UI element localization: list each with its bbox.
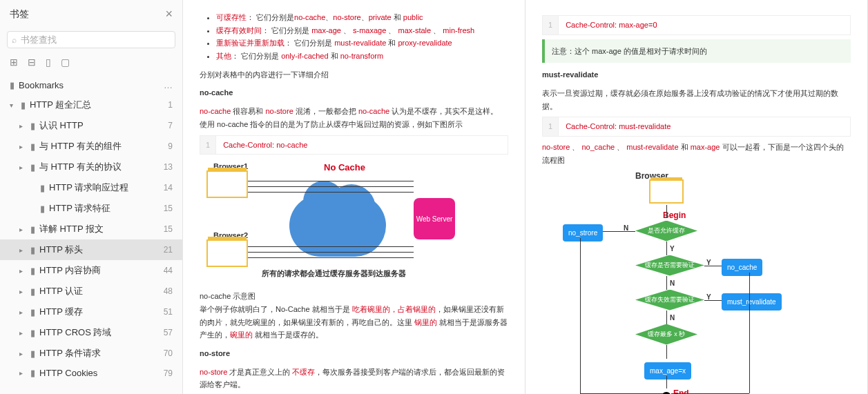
sidebar-item-label: HTTP 内容协商 xyxy=(39,264,101,277)
chevron-icon: ▸ xyxy=(19,122,26,130)
sidebar-item-label: 与 HTTP 有关的协议 xyxy=(39,161,122,173)
chevron-icon: ▸ xyxy=(19,226,26,233)
page-number: 70 xyxy=(164,348,173,358)
chevron-icon: ▸ xyxy=(19,143,26,150)
code-block: 1Cache-Control: max-age=0 xyxy=(542,15,851,35)
page-number: 57 xyxy=(164,328,173,337)
sidebar-item-label: HTTP 条件请求 xyxy=(39,347,101,359)
cache-list: 可缓存性： 它们分别是no-cache、no-store、private 和 p… xyxy=(216,11,508,63)
bookmarks-list[interactable]: ▮Bookmarks … ▾▮HTTP 超全汇总1▸▮认识 HTTP7▸▮与 H… xyxy=(0,73,182,394)
close-icon[interactable]: × xyxy=(165,7,173,21)
bookmark-icon: ▮ xyxy=(30,162,35,173)
bookmarks-root[interactable]: ▮Bookmarks … xyxy=(0,76,182,95)
more-icon[interactable]: … xyxy=(164,80,173,90)
sidebar-item-label: HTTP 认证 xyxy=(39,285,83,297)
page-number: 48 xyxy=(164,286,173,296)
bookmark-icon: ▮ xyxy=(30,307,35,317)
sidebar-item-label: 详解 HTTP 报文 xyxy=(39,223,104,235)
chevron-icon: ▸ xyxy=(19,308,26,316)
sidebar-item[interactable]: ▸▮HTTP 内容协商44 xyxy=(0,260,182,281)
sidebar-item[interactable]: ▸▮HTTP 标头21 xyxy=(0,239,182,260)
cache-flowchart: Browser Begin 是否允许缓存 N no_strore Y 缓存是否需… xyxy=(542,173,798,395)
intro-text: 分别对表格中的内容进行一下详细介绍 xyxy=(200,68,508,81)
bookmark-icon: ▮ xyxy=(30,141,35,152)
chevron-icon: ▸ xyxy=(19,246,26,254)
sidebar-item[interactable]: ▸▮与 HTTP 有关的协议13 xyxy=(0,157,182,177)
collapse-icon[interactable]: ⊟ xyxy=(28,57,36,68)
bookmark-icon: ▮ xyxy=(30,286,35,297)
page-number: 21 xyxy=(164,245,173,255)
code-block: 1Cache-Control: must-revalidate xyxy=(542,117,851,137)
bookmark-icon: ▮ xyxy=(40,183,45,193)
sidebar-item[interactable]: ▮HTTP 请求特征15 xyxy=(0,198,182,219)
sidebar-item-label: HTTP 缓存 xyxy=(39,306,83,318)
bookmarks-sidebar: 书签 × ⌕ ⊞ ⊟ ▯ ▢ ▮Bookmarks … ▾▮HTTP 超全汇总1… xyxy=(0,0,183,394)
chevron-icon: ▸ xyxy=(19,164,26,171)
page-number: 13 xyxy=(164,162,173,172)
note-box: 注意：这个 max-age 的值是相对于请求时间的 xyxy=(542,39,851,63)
section-nocache: no-cache xyxy=(200,86,508,99)
sidebar-item-label: HTTP 超全汇总 xyxy=(30,99,91,111)
sidebar-item-label: HTTP 请求特征 xyxy=(49,202,110,215)
expand-icon[interactable]: ⊞ xyxy=(10,57,18,68)
page-number: 79 xyxy=(164,368,173,378)
search-icon: ⌕ xyxy=(12,35,17,45)
sidebar-item[interactable]: ▸▮认识 HTTP7 xyxy=(0,115,182,136)
page-right[interactable]: 1Cache-Control: max-age=0 注意：这个 max-age … xyxy=(525,0,868,394)
sidebar-header: 书签 × xyxy=(0,0,182,28)
sidebar-item-label: 与 HTTP 有关的组件 xyxy=(39,140,122,152)
sidebar-item-label: HTTP Cookies xyxy=(39,368,97,378)
sidebar-item[interactable]: ▸▮HTTP Cookies79 xyxy=(0,364,182,382)
sidebar-item[interactable]: ▸▮与 HTTP 有关的组件9 xyxy=(0,136,182,157)
search-input[interactable] xyxy=(21,35,171,45)
section-nostore: no-store xyxy=(200,347,508,360)
page-left[interactable]: 可缓存性： 它们分别是no-cache、no-store、private 和 p… xyxy=(183,0,525,394)
sidebar-item[interactable]: ▸▮HTTP 认证48 xyxy=(0,281,182,302)
chevron-icon: ▸ xyxy=(19,288,26,295)
code-block: 1Cache-Control: no-cache xyxy=(200,135,508,155)
bookmark-outline-icon[interactable]: ▢ xyxy=(61,57,70,68)
chevron-icon: ▸ xyxy=(19,350,26,357)
nocache-diagram: Browser1 No Cache Web Server Browser2 所有… xyxy=(200,160,462,284)
page-number: 1 xyxy=(168,100,173,110)
sidebar-title: 书签 xyxy=(10,8,29,21)
sidebar-item-label: 认识 HTTP xyxy=(39,119,84,132)
sidebar-item[interactable]: ▮HTTP 请求响应过程14 xyxy=(0,177,182,198)
bookmark-icon: ▮ xyxy=(30,245,35,255)
bookmark-icon: ▮ xyxy=(30,121,35,131)
sidebar-tools: ⊞ ⊟ ▯ ▢ xyxy=(0,51,182,73)
page-number: 9 xyxy=(168,141,173,151)
sidebar-item[interactable]: ▸▮HTTP 条件请求70 xyxy=(0,343,182,364)
bookmark-icon: ▮ xyxy=(30,328,35,338)
sidebar-item-label: HTTP 标头 xyxy=(39,244,83,256)
chevron-icon: ▸ xyxy=(19,267,26,275)
bookmark-icon: ▮ xyxy=(30,224,35,235)
bookmark-icon: ▮ xyxy=(40,204,45,214)
page-number: 14 xyxy=(164,183,173,193)
chevron-icon: ▾ xyxy=(10,101,17,109)
search-box[interactable]: ⌕ xyxy=(7,31,175,48)
section-must-revalidate: must-revalidate xyxy=(542,68,851,81)
bookmark-icon[interactable]: ▯ xyxy=(46,57,51,68)
bookmark-icon: ▮ xyxy=(21,100,26,110)
page-number: 44 xyxy=(164,266,173,275)
page-number: 7 xyxy=(168,121,173,130)
sidebar-item-label: HTTP CROS 跨域 xyxy=(39,326,112,339)
sidebar-item[interactable]: ▸▮详解 HTTP 报文15 xyxy=(0,219,182,239)
page-number: 15 xyxy=(164,204,173,213)
document-content: 可缓存性： 它们分别是no-cache、no-store、private 和 p… xyxy=(183,0,868,394)
bookmarks-label: Bookmarks xyxy=(19,80,64,90)
bookmark-icon: ▮ xyxy=(10,80,15,90)
sidebar-item-label: HTTP 请求响应过程 xyxy=(49,181,128,194)
page-number: 15 xyxy=(164,224,173,234)
page-number: 51 xyxy=(164,307,173,317)
bookmark-icon: ▮ xyxy=(30,368,35,378)
sidebar-item[interactable]: ▾▮HTTP 超全汇总1 xyxy=(0,95,182,115)
bookmark-icon: ▮ xyxy=(30,266,35,276)
sidebar-item[interactable]: ▸▮HTTP CROS 跨域57 xyxy=(0,322,182,343)
sidebar-item[interactable]: ▸▮HTTP 缓存51 xyxy=(0,302,182,322)
chevron-icon: ▸ xyxy=(19,369,26,377)
chevron-icon: ▸ xyxy=(19,329,26,337)
bookmark-icon: ▮ xyxy=(30,348,35,359)
